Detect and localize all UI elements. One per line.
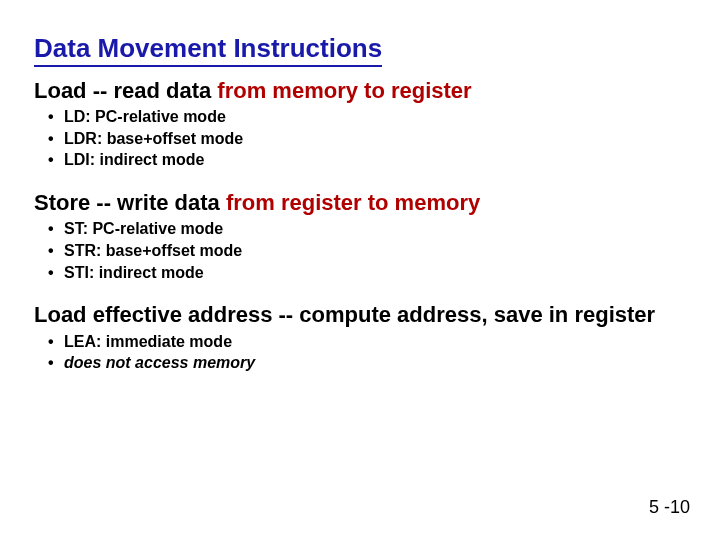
section-heading-load: Load -- read data from memory to registe… [34, 77, 686, 105]
bullet-text: LEA: immediate mode [64, 333, 232, 350]
list-item: does not access memory [64, 352, 686, 374]
section-heading-accent: from memory to register [217, 78, 471, 103]
slide-title: Data Movement Instructions [34, 34, 382, 67]
section-heading-lea: Load effective address -- compute addres… [34, 301, 686, 329]
section-heading-store: Store -- write data from register to mem… [34, 189, 686, 217]
list-item: ST: PC-relative mode [64, 218, 686, 240]
bullet-text: ST: PC-relative mode [64, 220, 223, 237]
section-heading-accent: from register to memory [226, 190, 480, 215]
section-heading-plain: Load -- read data [34, 78, 217, 103]
bullet-text: LD: PC-relative mode [64, 108, 226, 125]
page-number: 5 -10 [649, 497, 690, 518]
list-item: STI: indirect mode [64, 262, 686, 284]
list-item: LDR: base+offset mode [64, 128, 686, 150]
slide: Data Movement Instructions Load -- read … [0, 0, 720, 540]
bullet-text: STI: indirect mode [64, 264, 204, 281]
list-item: LEA: immediate mode [64, 331, 686, 353]
bullet-list-load: LD: PC-relative mode LDR: base+offset mo… [34, 106, 686, 171]
list-item: STR: base+offset mode [64, 240, 686, 262]
section-heading-plain: Load effective address -- compute addres… [34, 302, 655, 327]
bullet-text: STR: base+offset mode [64, 242, 242, 259]
section-heading-plain: Store -- write data [34, 190, 226, 215]
bullet-text: LDI: indirect mode [64, 151, 204, 168]
list-item: LD: PC-relative mode [64, 106, 686, 128]
bullet-list-lea: LEA: immediate mode does not access memo… [34, 331, 686, 374]
bullet-text: LDR: base+offset mode [64, 130, 243, 147]
bullet-list-store: ST: PC-relative mode STR: base+offset mo… [34, 218, 686, 283]
list-item: LDI: indirect mode [64, 149, 686, 171]
bullet-text: does not access memory [64, 354, 255, 371]
